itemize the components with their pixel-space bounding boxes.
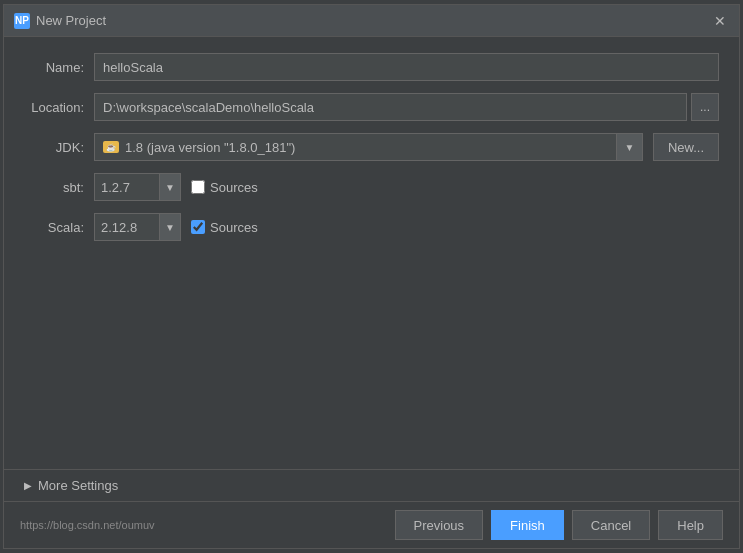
location-input-group: ... xyxy=(94,93,719,121)
scala-combo: ▼ xyxy=(94,213,181,241)
scala-sources-checkbox[interactable] xyxy=(191,220,205,234)
previous-button[interactable]: Previous xyxy=(395,510,484,540)
close-button[interactable]: ✕ xyxy=(711,12,729,30)
jdk-dropdown-arrow[interactable]: ▼ xyxy=(616,133,642,161)
name-input[interactable] xyxy=(94,53,719,81)
sbt-sources-label[interactable]: Sources xyxy=(191,180,258,195)
name-row: Name: xyxy=(24,53,719,81)
dialog-icon: NP xyxy=(14,13,30,29)
jdk-java-icon: ☕ xyxy=(103,141,119,153)
content-spacer xyxy=(24,253,719,453)
dialog-title: New Project xyxy=(36,13,106,28)
location-input[interactable] xyxy=(94,93,687,121)
sbt-dropdown-arrow[interactable]: ▼ xyxy=(159,173,181,201)
sbt-combo: ▼ xyxy=(94,173,181,201)
scala-sources-label[interactable]: Sources xyxy=(191,220,258,235)
cancel-button[interactable]: Cancel xyxy=(572,510,650,540)
jdk-value-text: 1.8 (java version "1.8.0_181") xyxy=(125,140,295,155)
location-label: Location: xyxy=(24,100,84,115)
dialog-content: Name: Location: ... JDK: ☕ 1.8 (java ver… xyxy=(4,37,739,469)
sbt-sources-text: Sources xyxy=(210,180,258,195)
location-browse-button[interactable]: ... xyxy=(691,93,719,121)
scala-row: Scala: ▼ Sources xyxy=(24,213,719,241)
sbt-input[interactable] xyxy=(94,173,159,201)
help-button[interactable]: Help xyxy=(658,510,723,540)
more-settings-label: More Settings xyxy=(38,478,118,493)
footer-url: https://blog.csdn.net/oumuv xyxy=(20,519,155,531)
jdk-label: JDK: xyxy=(24,140,84,155)
scala-label: Scala: xyxy=(24,220,84,235)
sbt-label: sbt: xyxy=(24,180,84,195)
jdk-new-button[interactable]: New... xyxy=(653,133,719,161)
title-bar: NP New Project ✕ xyxy=(4,5,739,37)
dialog-footer: https://blog.csdn.net/oumuv Previous Fin… xyxy=(4,501,739,548)
sbt-sources-checkbox[interactable] xyxy=(191,180,205,194)
scala-dropdown-arrow[interactable]: ▼ xyxy=(159,213,181,241)
scala-input[interactable] xyxy=(94,213,159,241)
jdk-row: JDK: ☕ 1.8 (java version "1.8.0_181") ▼ … xyxy=(24,133,719,161)
location-row: Location: ... xyxy=(24,93,719,121)
title-bar-left: NP New Project xyxy=(14,13,106,29)
name-label: Name: xyxy=(24,60,84,75)
sbt-row: sbt: ▼ Sources xyxy=(24,173,719,201)
more-settings-arrow-icon: ▶ xyxy=(24,480,32,491)
finish-button[interactable]: Finish xyxy=(491,510,564,540)
footer-buttons: Previous Finish Cancel Help xyxy=(395,510,723,540)
more-settings-row[interactable]: ▶ More Settings xyxy=(4,469,739,501)
jdk-selector: ☕ 1.8 (java version "1.8.0_181") ▼ xyxy=(94,133,643,161)
scala-sources-text: Sources xyxy=(210,220,258,235)
new-project-dialog: NP New Project ✕ Name: Location: ... JDK… xyxy=(3,4,740,549)
